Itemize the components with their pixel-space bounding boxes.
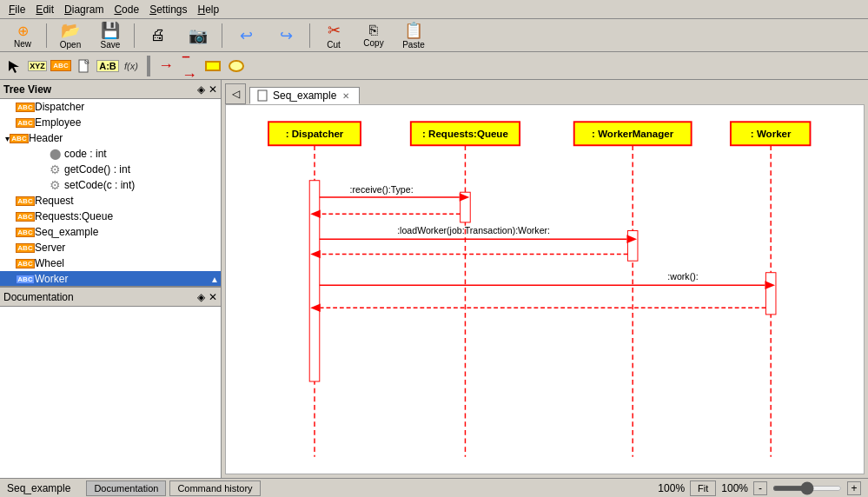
- save-button[interactable]: 💾 Save: [91, 21, 129, 50]
- class-tool[interactable]: ABC: [50, 56, 71, 76]
- save-icon: 💾: [101, 21, 120, 40]
- undo-icon: ↩: [240, 26, 253, 45]
- svg-text::loadWorker(job:Transaction):W: :loadWorker(job:Transaction):Worker:: [397, 225, 550, 235]
- oval-tool[interactable]: [226, 56, 247, 76]
- tree-item-request[interactable]: ABC Request: [0, 193, 221, 209]
- zoom-value-label: 100%: [721, 482, 748, 494]
- fx-icon: f(x): [124, 61, 138, 71]
- open-button[interactable]: 📂 Open: [51, 21, 89, 50]
- save-label: Save: [101, 40, 121, 50]
- svg-text::receive():Type:: :receive():Type:: [350, 184, 414, 195]
- tree-item-requestsqueue-label: Requests:Queue: [35, 210, 113, 222]
- paste-label: Paste: [402, 40, 425, 50]
- zoom-slider[interactable]: [772, 486, 842, 491]
- tree-content[interactable]: ABC Dispatcher ABC Employee ▾ ABC Header: [0, 99, 221, 286]
- tree-item-requestsqueue[interactable]: ABC Requests:Queue: [0, 209, 221, 224]
- menu-code[interactable]: Code: [109, 2, 144, 17]
- menu-diagram[interactable]: Diagram: [59, 2, 109, 17]
- undo-button[interactable]: ↩: [227, 21, 265, 50]
- new-button[interactable]: ⊕ New: [3, 21, 42, 50]
- zoom-out-icon: -: [759, 482, 762, 494]
- doc-content: [0, 307, 221, 478]
- requestsqueue-class-icon: ABC: [17, 210, 33, 222]
- tree-item-setcode[interactable]: ⚙ setCode(c : int): [0, 177, 221, 193]
- tree-item-request-label: Request: [35, 195, 74, 207]
- tree-item-header[interactable]: ▾ ABC Header: [0, 130, 221, 146]
- tree-item-dispatcher-label: Dispatcher: [35, 101, 84, 113]
- tree-item-employee[interactable]: ABC Employee: [0, 115, 221, 130]
- arrow-dashed-tool[interactable]: --→: [179, 56, 200, 76]
- bottom-left: Seq_example Documentation Command histor…: [7, 480, 261, 496]
- redo-button[interactable]: ↪: [267, 21, 305, 50]
- canvas-tab-close[interactable]: ✕: [340, 89, 352, 102]
- sep3: [222, 23, 222, 48]
- tree-item-worker-label: Worker: [35, 273, 68, 285]
- command-history-btn[interactable]: Command history: [169, 480, 260, 496]
- paste-icon: 📋: [404, 21, 423, 40]
- tree-item-code-label: code : int: [64, 148, 107, 160]
- tree-item-code[interactable]: ⬤ code : int: [0, 146, 221, 162]
- toolbar: ⊕ New 📂 Open 💾 Save 🖨 📷 ↩ ↪ ✂ Cut ⎘ Copy…: [0, 19, 868, 52]
- screenshot-icon: 📷: [189, 26, 208, 45]
- arrow-right-tool[interactable]: →: [156, 56, 176, 76]
- menu-edit[interactable]: Edit: [30, 2, 59, 17]
- arrow-dashed-icon: --→: [182, 48, 197, 84]
- xyz-tool[interactable]: XYZ: [27, 56, 48, 76]
- tree-item-server[interactable]: ABC Server: [0, 240, 221, 255]
- menu-file[interactable]: File: [3, 2, 30, 17]
- copy-button[interactable]: ⎘ Copy: [354, 21, 393, 50]
- menu-help[interactable]: Help: [193, 2, 225, 17]
- cut-button[interactable]: ✂ Cut: [315, 21, 353, 50]
- documentation-tab-btn[interactable]: Documentation: [86, 480, 166, 496]
- canvas-tab-seqexample[interactable]: Seq_example ✕: [249, 87, 360, 104]
- zoom-percent-label: 100%: [658, 482, 685, 494]
- svg-rect-2: [258, 90, 267, 101]
- arrow-right-icon: →: [158, 56, 174, 75]
- yellow-box-tool[interactable]: [202, 56, 223, 76]
- fit-button[interactable]: Fit: [690, 480, 716, 496]
- tree-view: Tree View ◈ ✕ ABC Dispatcher ABC Employe…: [0, 80, 221, 287]
- sep1: [46, 23, 47, 48]
- doc-panel: Documentation ◈ ✕: [0, 287, 221, 478]
- paste-button[interactable]: 📋 Paste: [394, 21, 433, 50]
- tree-item-server-label: Server: [35, 242, 65, 254]
- canvas-tab-label: Seq_example: [273, 89, 336, 102]
- page-tool[interactable]: [74, 56, 95, 76]
- canvas-area: ◁ Seq_example ✕ : Dispatcher : Requests:…: [222, 80, 868, 478]
- svg-rect-15: [309, 181, 320, 381]
- menu-settings[interactable]: Settings: [144, 2, 192, 17]
- doc-close-icon[interactable]: ✕: [209, 291, 217, 303]
- print-button[interactable]: 🖨: [139, 21, 177, 50]
- fx-tool[interactable]: f(x): [121, 56, 142, 76]
- tree-item-wheel-label: Wheel: [35, 257, 64, 269]
- tree-item-seqexample[interactable]: ABC Seq_example: [0, 224, 221, 240]
- doc-header: Documentation ◈ ✕: [0, 288, 221, 307]
- open-icon: 📂: [61, 21, 80, 40]
- worker-class-icon: ABC: [17, 273, 33, 285]
- tree-item-dispatcher[interactable]: ABC Dispatcher: [0, 99, 221, 115]
- zoom-in-btn[interactable]: +: [847, 481, 861, 495]
- new-icon: ⊕: [17, 23, 29, 39]
- tree-item-header-label: Header: [29, 132, 63, 144]
- doc-pin-icon[interactable]: ◈: [197, 291, 205, 303]
- code-field-icon: ⬤: [47, 148, 63, 160]
- svg-text:: WorkerManager: : WorkerManager: [592, 129, 674, 139]
- zoom-out-btn[interactable]: -: [753, 481, 767, 495]
- tab-nav-left[interactable]: ◁: [225, 83, 246, 104]
- ab-tool[interactable]: A:B: [97, 56, 118, 76]
- seq-tab-icon: [257, 89, 269, 102]
- tree-item-wheel[interactable]: ABC Wheel: [0, 255, 221, 271]
- server-class-icon: ABC: [17, 242, 33, 254]
- cursor-tool[interactable]: [3, 56, 24, 76]
- seqexample-class-icon: ABC: [17, 226, 33, 238]
- header-expand-icon[interactable]: ▾: [5, 134, 10, 143]
- tree-close-icon[interactable]: ✕: [209, 83, 217, 96]
- tree-item-worker[interactable]: ABC Worker ▲: [0, 271, 221, 286]
- screenshot-button[interactable]: 📷: [179, 21, 217, 50]
- sep2: [134, 23, 135, 48]
- setcode-method-icon: ⚙: [47, 179, 63, 191]
- tree-item-getcode[interactable]: ⚙ getCode() : int: [0, 162, 221, 177]
- tree-pin-icon[interactable]: ◈: [197, 83, 205, 96]
- new-label: New: [14, 39, 31, 49]
- canvas[interactable]: : Dispatcher : Requests:Queue : WorkerMa…: [225, 104, 865, 474]
